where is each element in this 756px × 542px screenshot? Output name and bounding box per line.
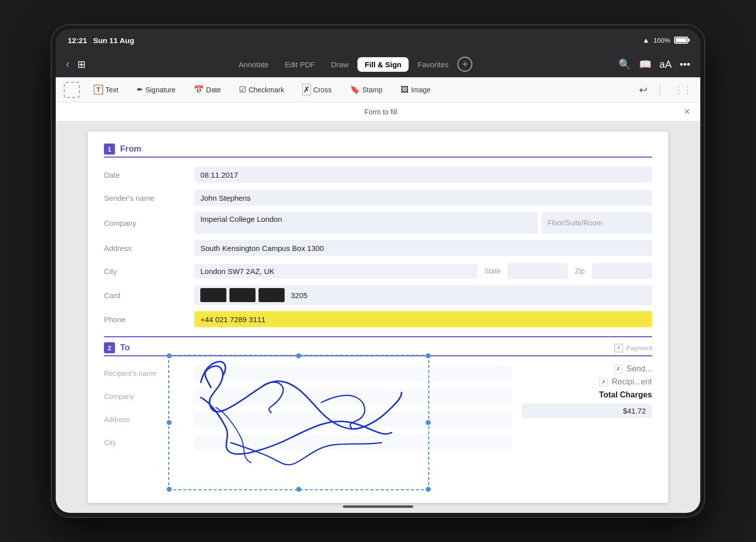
tab-favorites[interactable]: Favorites [411, 57, 456, 72]
selection-tool[interactable] [64, 82, 80, 98]
card-value[interactable]: 3205 [194, 285, 652, 305]
toolbar-more[interactable]: ⋮⋮ [674, 84, 692, 95]
card-block-1 [200, 288, 226, 302]
text-icon: T [94, 85, 103, 94]
floor-label: Floor/Suite/Room [548, 219, 602, 227]
state-value[interactable] [508, 263, 568, 279]
zip-label: Zip [572, 267, 587, 275]
sig-handle-bl[interactable] [167, 487, 172, 492]
search-button[interactable]: 🔍 [618, 58, 631, 70]
send-recv-labels: ✗ Send... [522, 364, 652, 373]
checkmark-label: Checkmark [248, 86, 284, 94]
library-button[interactable]: 📖 [639, 58, 652, 70]
send-label: Send... [626, 364, 652, 373]
document-area: 1 From Date 08.11.2017 Sender's name Joh… [88, 131, 668, 503]
phone-value[interactable]: +44 021 7289 3111 [194, 311, 652, 327]
image-label: Image [411, 86, 431, 94]
wifi-icon: ▲ [643, 36, 650, 44]
form-fill-label: Form to fill [78, 108, 684, 116]
section2-content: Recipent's name Company Address Cit [104, 364, 652, 457]
signature-label: Signature [146, 86, 176, 94]
home-indicator[interactable] [343, 505, 413, 508]
form-fill-bar: Form to fill ✕ [56, 102, 700, 121]
form-fill-close-button[interactable]: ✕ [684, 107, 690, 116]
cross-icon: ✗ [302, 84, 311, 95]
state-label: State [481, 267, 504, 275]
section2: 2 To ✗ Payment Recipent's name C [104, 336, 652, 457]
date-label: Date [206, 86, 221, 94]
section1-header: 1 From [104, 144, 652, 158]
sig-handle-bm[interactable] [296, 487, 301, 492]
company-row: Company Imperial College London Floor/Su… [104, 212, 652, 234]
add-tab-button[interactable]: + [457, 57, 472, 72]
card-row: Card 3205 [104, 285, 652, 305]
status-left: 12:21 Sun 11 Aug [68, 36, 134, 45]
address-row: Address South Kensington Campus Box 1300 [104, 239, 652, 257]
tab-draw[interactable]: Draw [324, 57, 355, 72]
to-address-label: Address [104, 416, 194, 424]
city-fields: London SW7 2AZ, UK State Zip [194, 263, 652, 279]
more-button[interactable]: ••• [680, 59, 690, 70]
text-size-button[interactable]: aA [660, 59, 672, 70]
to-city-label: City [104, 439, 194, 447]
cross-label: Cross [313, 86, 332, 94]
to-city-value[interactable] [194, 435, 512, 451]
toolbar-right: 🔍 📖 aA ••• [618, 58, 690, 70]
sender-name-value[interactable]: John Stephens [194, 190, 652, 206]
battery-percent: 100% [654, 37, 670, 44]
city-label: City [104, 267, 194, 276]
tab-edit-pdf[interactable]: Edit PDF [278, 57, 322, 72]
date-value[interactable]: 08.11.2017 [194, 167, 652, 183]
address-label: Address [104, 244, 194, 252]
card-number: 3205 [291, 291, 307, 300]
city-value[interactable]: London SW7 2AZ, UK [194, 264, 477, 279]
card-block-3 [259, 288, 285, 302]
side-button[interactable] [702, 129, 704, 160]
status-right: ▲ 100% [643, 36, 688, 44]
main-content: 1 From Date 08.11.2017 Sender's name Joh… [56, 121, 700, 513]
cross-tool[interactable]: ✗ Cross [298, 82, 336, 97]
phone-label: Phone [104, 315, 194, 324]
recipient-label: Recipent's name [104, 369, 194, 377]
send-icon: ✗ [614, 365, 622, 373]
image-tool[interactable]: 🖼 Image [397, 83, 435, 96]
grid-button[interactable]: ⊞ [77, 58, 86, 70]
section2-number: 2 [104, 342, 115, 353]
cross-payment-icon: ✗ [614, 344, 623, 352]
signature-tool[interactable]: ✒ Signature [133, 83, 180, 96]
to-address-value[interactable] [194, 412, 512, 428]
company-main-value[interactable]: Imperial College London [194, 212, 538, 234]
to-company-value[interactable] [194, 388, 512, 404]
sender-name-row: Sender's name John Stephens [104, 189, 652, 207]
zip-value[interactable] [592, 263, 652, 279]
sig-handle-br[interactable] [426, 487, 431, 492]
address-value[interactable]: South Kensington Campus Box 1300 [194, 240, 652, 256]
tab-fill-sign[interactable]: Fill & Sign [357, 57, 408, 72]
date-tool[interactable]: 📅 Date [190, 83, 225, 96]
main-toolbar: ‹ ⊞ Annotate Edit PDF Draw Fill & Sign F… [56, 51, 700, 77]
undo-button[interactable]: ↩ [639, 84, 648, 96]
status-bar: 12:21 Sun 11 Aug ▲ 100% [56, 29, 700, 51]
to-address-row: Address [104, 411, 512, 429]
checkmark-tool[interactable]: ☑ Checkmark [235, 83, 288, 96]
floor-input[interactable] [604, 215, 646, 231]
time: 12:21 [68, 36, 87, 45]
phone-row: Phone +44 021 7289 3111 [104, 310, 652, 328]
company-fields: Imperial College London Floor/Suite/Room [194, 212, 652, 234]
tab-annotate[interactable]: Annotate [231, 57, 276, 72]
recipient-value[interactable] [194, 365, 512, 381]
city-row: City London SW7 2AZ, UK State Zip [104, 262, 652, 280]
battery-icon [674, 37, 688, 44]
stamp-tool[interactable]: 🔖 Stamp [346, 83, 387, 96]
stamp-icon: 🔖 [350, 85, 360, 94]
text-tool[interactable]: T Text [90, 83, 122, 96]
recv-label: Recipi...ent [612, 377, 652, 386]
to-company-label: Company [104, 392, 194, 400]
date-row: Date 08.11.2017 [104, 166, 652, 184]
stamp-label: Stamp [362, 86, 383, 94]
back-button[interactable]: ‹ [66, 58, 69, 71]
battery-fill [676, 38, 687, 42]
company-label: Company [104, 219, 194, 227]
recv-icon: ✗ [599, 378, 608, 386]
tablet-device: 12:21 Sun 11 Aug ▲ 100% ‹ ⊞ Annotate Edi… [52, 25, 704, 517]
